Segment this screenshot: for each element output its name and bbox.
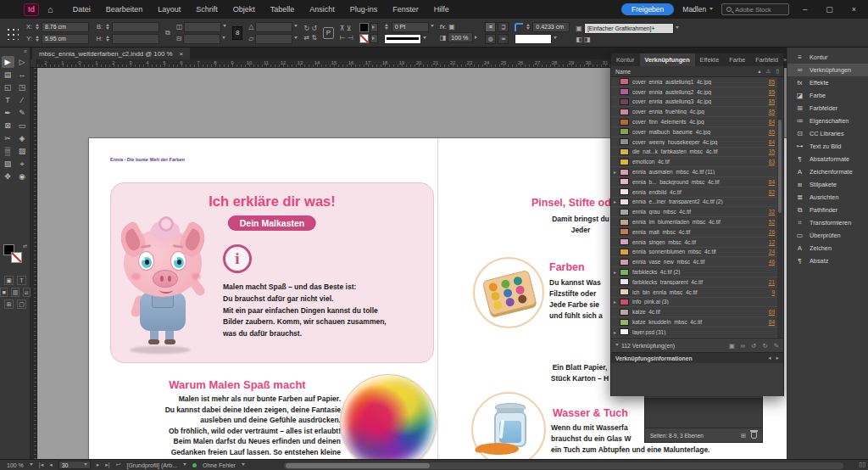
link-row[interactable]: ▸ ennia_ausmalen_mbsc_4c.tif (11) <box>611 167 783 177</box>
collapse-panel-icon[interactable]: « <box>24 48 27 54</box>
tool-button[interactable]: ⊠ <box>2 120 14 131</box>
tool-button[interactable]: ✒ <box>2 107 14 119</box>
tool-button[interactable]: ▷ <box>16 56 29 68</box>
center-content-icon[interactable]: ⊢ <box>340 34 346 42</box>
vertical-ruler[interactable] <box>31 68 37 459</box>
delete-layer-icon[interactable] <box>751 432 757 439</box>
panel-tab[interactable]: Farbe <box>724 53 750 66</box>
cc-libraries-icon[interactable]: ▣ <box>729 342 735 350</box>
dock-panel-button[interactable]: ⧈ Stilpakete <box>787 178 868 191</box>
previous-link-icon[interactable]: ◂ <box>768 355 771 361</box>
apply-none-icon[interactable]: ⧄ <box>23 288 31 297</box>
rotate-cw-icon[interactable]: ↻ <box>303 25 309 32</box>
pages-view-icon[interactable]: ▯▯ <box>859 462 865 468</box>
link-row[interactable]: ▸ ennia_b..._background_mbsc_4c.tif 84 <box>611 177 783 187</box>
height-stepper[interactable] <box>104 34 110 43</box>
link-scale-icon[interactable]: 8 <box>232 26 242 40</box>
reference-point-proxy[interactable] <box>5 26 19 40</box>
dock-panel-button[interactable]: ¶ Absatz <box>787 255 868 267</box>
style-clear-icon[interactable]: ◨ <box>584 36 591 43</box>
tool-button[interactable]: ▭ <box>16 120 29 131</box>
dock-panel-button[interactable]: ⌗ Transformieren <box>787 216 868 229</box>
dock-panel-button[interactable]: ⊞ Farbfelder <box>787 102 868 115</box>
dock-panel-button[interactable]: ⊡ CC Libraries <box>787 127 868 140</box>
shear-angle-field[interactable] <box>255 34 292 44</box>
tool-button[interactable]: T <box>2 94 14 106</box>
intro-card[interactable]: Ich erkläre dir was! Dein Malkasten i Ma… <box>110 182 434 363</box>
link-page-number[interactable]: 83 <box>760 159 775 165</box>
object-style-field[interactable]: [Einfacher Grafikrahmen]+ <box>584 23 674 34</box>
expand-icon[interactable]: ▸ <box>614 269 620 275</box>
tool-button[interactable]: ▤ <box>2 69 14 81</box>
stroke-type-field[interactable] <box>384 34 421 44</box>
formatting-text-icon[interactable]: T <box>17 276 26 285</box>
link-page-number[interactable]: 69 <box>760 309 775 315</box>
tool-button[interactable]: ↔ <box>16 69 29 81</box>
fill-menu-button[interactable] <box>370 23 378 32</box>
link-row[interactable]: ▸ ennia_singen_mbsc_4c.tif 12 <box>611 238 783 248</box>
dock-panel-button[interactable]: ≡ Kontur <box>787 51 868 64</box>
width-stepper[interactable] <box>104 22 110 31</box>
corner-radius-field[interactable]: 0.4233 cm <box>532 22 570 32</box>
menu-item[interactable]: Hilfe <box>426 0 457 19</box>
opacity-field[interactable]: 100 % <box>448 32 473 42</box>
link-row[interactable]: ▸ ennia_e...iner_transparent2_4c.tif (2) <box>611 198 783 208</box>
link-row[interactable]: ▸ info_pink.ai (3) <box>611 298 783 308</box>
expand-icon[interactable]: ▸ <box>614 169 620 175</box>
menu-item[interactable]: Tabelle <box>263 0 303 19</box>
tool-button[interactable]: ◈ <box>16 132 29 144</box>
home-icon[interactable]: ⌂ <box>47 4 53 14</box>
panel-tab[interactable]: Effekte <box>695 53 725 66</box>
menu-item[interactable]: Datei <box>65 0 98 19</box>
layers-panel-fragment[interactable]: Seiten: 8-9, 3 Ebenen ⊞ <box>644 396 763 443</box>
zoom-dropdown-icon[interactable] <box>30 463 33 467</box>
tool-button[interactable]: ✎ <box>16 107 29 119</box>
link-row[interactable]: ▸ katze_4c.tif 69 <box>611 307 783 317</box>
tool-button[interactable]: ◳ <box>16 81 29 93</box>
flip-horizontal-icon[interactable]: ⇄ <box>303 34 309 42</box>
apply-color-icon[interactable]: ■ <box>0 288 8 297</box>
panel-tab[interactable]: Kontur <box>611 53 640 66</box>
links-scrollbar[interactable] <box>777 77 782 338</box>
link-info-header[interactable]: Verknüpfungsinformationen ◂ ▸ <box>611 352 783 363</box>
menu-item[interactable]: Bearbeiten <box>98 0 151 19</box>
tool-button[interactable]: ✥ <box>2 171 14 182</box>
tool-button[interactable]: ◉ <box>16 171 29 182</box>
link-page-number[interactable]: 85 <box>760 89 775 95</box>
link-row[interactable]: ▸ cover_ennia_austellung2_4c.jpg 85 <box>611 87 783 98</box>
corner-options-icon[interactable] <box>515 23 523 31</box>
link-page-number[interactable]: 9 <box>760 289 775 295</box>
fill-frame-icon[interactable]: ⊣ <box>348 34 353 42</box>
restore-button[interactable]: ▢ <box>821 5 838 14</box>
menu-item[interactable]: Ansicht <box>302 0 342 19</box>
close-tab-icon[interactable]: × <box>179 50 183 58</box>
link-page-number[interactable]: 84 <box>760 319 775 325</box>
link-page-number[interactable]: 24 <box>760 249 775 255</box>
dock-panel-button[interactable]: ≣ Ausrichten <box>787 191 868 204</box>
link-row[interactable]: ▸ farbklecks_transparent_4c.tif 21 <box>611 277 783 288</box>
scale-x-field[interactable] <box>184 22 221 32</box>
link-row[interactable]: ▸ ich_bin_ennia_mbsc_4c.tif 9 <box>611 288 783 298</box>
rotate-ccw-icon[interactable]: ↺ <box>311 25 317 32</box>
scale-y-field[interactable] <box>183 34 220 44</box>
share-button[interactable]: Freigeben <box>621 3 674 15</box>
y-value-field[interactable]: 5.95 cm <box>42 34 89 44</box>
dock-panel-button[interactable]: ▭ Überprüfen <box>787 229 868 242</box>
link-row[interactable]: ▸ ennia_malt_mbsc_4c.tif 26 <box>611 227 783 238</box>
chevron-down-icon[interactable] <box>615 344 619 348</box>
adobe-stock-search-input[interactable]: Adobe Stock <box>721 3 789 15</box>
formatting-container-icon[interactable]: ▣ <box>4 276 14 285</box>
first-page-icon[interactable]: |◂ <box>39 462 43 468</box>
stroke-menu-button[interactable] <box>370 34 378 43</box>
stroke-weight-field[interactable]: 0 Pt <box>392 22 429 32</box>
toolbar-stroke-swatch[interactable] <box>11 252 22 263</box>
link-row[interactable]: ▸ ennia_im_blumenladen_mbsc_4c.tif 52 <box>611 217 783 227</box>
fit-frame-icon[interactable]: ⊻ <box>347 25 352 32</box>
expand-icon[interactable]: ▸ <box>614 329 620 335</box>
link-page-number[interactable]: 82 <box>760 189 775 195</box>
new-layer-icon[interactable]: ⊞ <box>741 432 746 439</box>
stroke-weight-stepper[interactable] <box>384 22 390 31</box>
corner-shape-field[interactable] <box>515 34 552 44</box>
corner-radius-stepper[interactable] <box>525 22 531 31</box>
link-row[interactable]: ▸ ennia_sonnenblumen_mbsc_4c.tif 24 <box>611 248 783 258</box>
